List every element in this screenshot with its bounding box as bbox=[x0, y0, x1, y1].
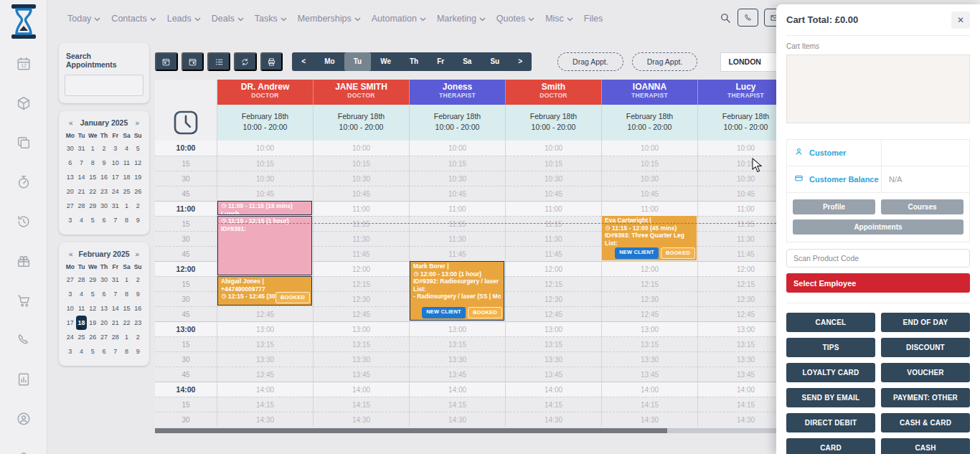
appointments-button[interactable]: Appointments bbox=[793, 219, 963, 235]
day-cell[interactable]: 23 bbox=[132, 316, 143, 330]
time-slot[interactable]: 13:00 bbox=[410, 321, 505, 336]
day-cell[interactable]: 21 bbox=[110, 316, 121, 330]
time-slot[interactable]: 10:15 bbox=[602, 156, 697, 171]
employee-column-header-dr-andrew[interactable]: DR. AndrewDOCTOR bbox=[217, 80, 314, 105]
time-slot[interactable]: 14:30 bbox=[410, 412, 505, 427]
day-cell[interactable]: 11 bbox=[121, 156, 133, 170]
day-cell[interactable]: 12 bbox=[132, 156, 143, 170]
day-nav-we[interactable]: We bbox=[371, 52, 400, 71]
day-cell[interactable]: 8 bbox=[121, 287, 133, 301]
appointment-block[interactable]: 11:00 - 11:15 (15 mins)Lunch bbox=[217, 201, 312, 215]
nav-item-leads[interactable]: Leads bbox=[167, 14, 201, 24]
time-slot[interactable]: 13:15 bbox=[602, 336, 697, 351]
time-slot[interactable]: 12:30 bbox=[602, 291, 697, 306]
time-slot[interactable]: 14:00 bbox=[506, 382, 601, 397]
day-cell[interactable]: 10 bbox=[65, 301, 76, 316]
day-cell[interactable]: 19 bbox=[132, 170, 143, 184]
time-slot[interactable]: 14:30 bbox=[217, 412, 313, 427]
day-cell[interactable]: 4 bbox=[76, 344, 88, 359]
time-slot[interactable]: 13:00 bbox=[602, 321, 697, 336]
time-slot[interactable]: 11:15 bbox=[506, 216, 601, 231]
day-cell[interactable]: 31 bbox=[76, 141, 88, 156]
day-cell[interactable]: 26 bbox=[87, 330, 98, 344]
nav-item-memberships[interactable]: Memberships bbox=[298, 14, 361, 24]
time-slot[interactable]: 13:30 bbox=[314, 351, 409, 366]
day-cell[interactable]: 4 bbox=[76, 287, 88, 301]
time-slot[interactable]: 10:15 bbox=[217, 156, 313, 171]
time-slot[interactable]: 10:00 bbox=[602, 141, 697, 156]
day-cell[interactable]: 3 bbox=[110, 141, 121, 156]
day-cell[interactable]: 16 bbox=[132, 301, 143, 316]
day-cell[interactable]: 4 bbox=[121, 141, 133, 156]
customer-balance-link[interactable]: Customer Balance bbox=[809, 175, 879, 184]
day-nav-fr[interactable]: Fr bbox=[428, 52, 453, 71]
time-slot[interactable]: 12:45 bbox=[217, 306, 313, 321]
time-slot[interactable]: 13:45 bbox=[506, 366, 601, 382]
time-slot[interactable]: 12:00 bbox=[506, 261, 601, 276]
payment-other-button[interactable]: PAYMENT: OTHER bbox=[881, 388, 970, 407]
time-slot[interactable]: 10:30 bbox=[506, 171, 601, 186]
courses-button[interactable]: Courses bbox=[881, 199, 963, 214]
day-cell[interactable]: 8 bbox=[121, 213, 133, 227]
day-cell[interactable]: 1 bbox=[121, 330, 133, 344]
day-cell[interactable]: 9 bbox=[132, 287, 143, 301]
day-cell[interactable]: 6 bbox=[98, 213, 110, 227]
next-month-button[interactable]: » bbox=[133, 119, 141, 127]
calendar-icon[interactable]: 12 bbox=[16, 56, 32, 72]
day-cell[interactable]: 27 bbox=[98, 330, 110, 344]
time-slot[interactable]: 10:30 bbox=[217, 171, 313, 186]
time-slot[interactable]: 13:00 bbox=[506, 321, 601, 336]
timer-icon[interactable] bbox=[16, 174, 32, 190]
day-cell[interactable]: 3 bbox=[65, 287, 76, 301]
day-cell[interactable]: 15 bbox=[87, 170, 98, 184]
customer-link[interactable]: Customer bbox=[809, 148, 846, 157]
nav-item-automation[interactable]: Automation bbox=[372, 14, 426, 24]
day-cell[interactable]: 30 bbox=[98, 273, 110, 287]
day-cell[interactable]: 7 bbox=[110, 287, 121, 301]
time-slot[interactable]: 10:15 bbox=[314, 156, 409, 171]
day-nav-mo[interactable]: Mo bbox=[315, 52, 344, 71]
day-cell[interactable]: 2 bbox=[132, 199, 143, 213]
close-icon[interactable]: ✕ bbox=[951, 11, 970, 29]
time-slot[interactable]: 11:00 bbox=[602, 201, 697, 216]
day-cell[interactable]: 14 bbox=[110, 301, 121, 316]
profile-button[interactable]: Profile bbox=[793, 199, 875, 214]
calendar-overview-button[interactable] bbox=[182, 52, 204, 71]
drag-appointment-button-1[interactable]: Drag Appt. bbox=[557, 52, 623, 71]
day-cell[interactable]: 2 bbox=[98, 141, 110, 156]
day-cell[interactable]: 23 bbox=[98, 184, 110, 199]
time-slot[interactable]: 13:15 bbox=[217, 336, 313, 351]
time-slot[interactable]: 10:30 bbox=[410, 171, 505, 186]
day-cell[interactable]: 11 bbox=[76, 301, 88, 316]
time-slot[interactable]: 10:15 bbox=[506, 156, 601, 171]
day-cell[interactable]: 1 bbox=[121, 199, 133, 213]
time-slot[interactable]: 14:15 bbox=[217, 397, 313, 412]
day-cell[interactable]: 5 bbox=[87, 213, 98, 227]
time-slot[interactable]: 11:00 bbox=[314, 201, 409, 216]
reports-icon[interactable] bbox=[16, 372, 32, 387]
day-cell[interactable]: 9 bbox=[98, 156, 110, 170]
day-cell[interactable]: 19 bbox=[87, 316, 98, 330]
day-cell[interactable]: 25 bbox=[121, 184, 133, 199]
appointment-block[interactable]: Mark Borer |12:00 - 13:00 (1 hour)ID#939… bbox=[410, 261, 504, 321]
time-slot[interactable]: 12:30 bbox=[506, 291, 601, 306]
time-slot[interactable]: 12:45 bbox=[602, 306, 697, 321]
day-cell[interactable]: 7 bbox=[110, 344, 121, 359]
day-nav-sa[interactable]: Sa bbox=[453, 52, 481, 71]
day-nav-tu[interactable]: Tu bbox=[344, 52, 371, 71]
nav-item-marketing[interactable]: Marketing bbox=[437, 14, 486, 24]
day-cell[interactable]: 9 bbox=[132, 344, 143, 359]
day-cell[interactable]: 22 bbox=[121, 316, 133, 330]
phone-icon[interactable] bbox=[738, 9, 758, 27]
time-slot[interactable]: 10:45 bbox=[217, 186, 313, 201]
time-slot[interactable]: 13:15 bbox=[314, 336, 409, 351]
employee-column-header-smith[interactable]: SmithDOCTOR bbox=[506, 80, 602, 105]
time-slot[interactable]: 11:15 bbox=[410, 216, 505, 231]
time-slot[interactable]: 12:15 bbox=[506, 276, 601, 291]
time-slot[interactable]: 14:15 bbox=[314, 397, 409, 412]
cash-button[interactable]: CASH bbox=[881, 438, 970, 454]
search-appointments-input[interactable] bbox=[65, 75, 143, 96]
account-icon[interactable] bbox=[16, 411, 32, 427]
nav-item-quotes[interactable]: Quotes bbox=[496, 14, 534, 24]
prev-month-button[interactable]: « bbox=[67, 119, 75, 127]
